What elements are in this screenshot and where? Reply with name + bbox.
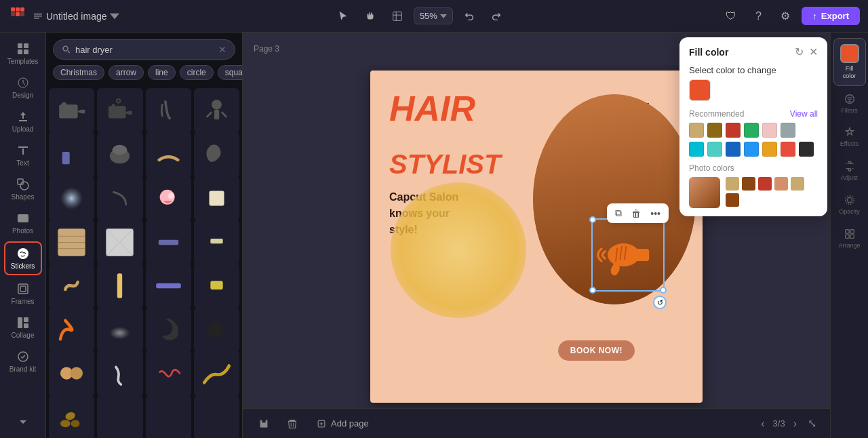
rtab-adjust[interactable]: Adjust [833,155,866,187]
sidebar-item-design[interactable]: Design [4,72,42,103]
tag-arrow[interactable]: arrow [108,65,144,80]
color-swatch[interactable] [707,123,722,138]
photo-swatch[interactable] [726,193,739,207]
rtab-filters[interactable]: Filters [833,87,866,120]
color-swatch[interactable] [762,123,777,138]
sticker-item[interactable] [194,351,239,396]
sticker-item[interactable] [194,395,239,439]
tag-circle[interactable]: circle [180,65,214,80]
next-page-btn[interactable]: › [791,416,800,431]
tag-square[interactable]: square [218,65,242,80]
color-swatch[interactable] [762,142,777,157]
color-swatch[interactable] [689,142,704,157]
sticker-item[interactable] [146,351,191,396]
photo-swatch[interactable] [758,177,772,191]
sidebar-item-text[interactable]: Text [4,140,42,171]
fill-panel-close-btn[interactable]: ✕ [809,45,818,58]
sticker-item[interactable] [49,395,94,439]
sticker-item[interactable] [146,307,191,353]
sticker-toolbar-copy[interactable]: ⧉ [612,206,625,220]
zoom-control[interactable]: 55% [414,7,453,24]
sidebar-item-brand[interactable]: Brand kit [4,346,42,377]
sticker-item[interactable] [146,220,191,265]
rtab-arrange[interactable]: Arrange [833,222,866,255]
sidebar-item-templates[interactable]: Templates [4,38,42,69]
search-clear-btn[interactable]: ✕ [218,44,226,55]
sidebar-item-upload[interactable]: Upload [4,106,42,137]
export-btn[interactable]: ↑ Export [802,7,860,25]
color-swatch[interactable] [781,142,795,157]
handle-tl[interactable] [589,216,596,223]
sidebar-collapse-btn[interactable] [4,411,42,433]
tag-christmas[interactable]: Christmas [53,65,104,80]
delete-page-btn[interactable] [282,414,302,434]
sticker-item[interactable] [49,88,94,134]
sticker-item[interactable] [97,395,142,439]
search-input-wrap[interactable]: ✕ [53,39,235,60]
sidebar-item-collage[interactable]: Collage [4,312,42,343]
sticker-item[interactable] [97,88,142,134]
sidebar-item-frames[interactable]: Frames [4,278,42,309]
color-swatch[interactable] [744,142,759,157]
sticker-item[interactable] [49,132,94,178]
rtab-opacity[interactable]: Opacity [833,188,866,221]
color-swatch[interactable] [744,123,759,138]
canvas-document[interactable]: HAIR STYLIST Beauty Indulge inGlamourEmb… [370,71,703,403]
rtab-effects[interactable]: Effects [833,121,866,153]
sticker-item[interactable] [146,395,191,439]
fullscreen-btn[interactable]: ⤡ [805,416,819,431]
resize-btn[interactable] [387,5,408,27]
photo-swatch[interactable] [726,177,739,191]
color-swatch[interactable] [689,123,704,138]
selected-sticker-box[interactable]: ↺ [591,218,665,292]
shield-btn[interactable]: 🛡 [720,5,742,27]
sticker-item[interactable] [194,307,239,353]
fill-current-color-swatch[interactable] [689,79,711,101]
sticker-item[interactable] [146,176,191,221]
sticker-item[interactable] [146,263,191,308]
handle-br[interactable] [660,287,667,294]
photo-swatch[interactable] [791,177,804,191]
sticker-item[interactable] [97,132,142,178]
sidebar-item-stickers[interactable]: Stickers [4,241,42,275]
photo-swatch[interactable] [742,177,755,191]
sticker-item[interactable] [97,220,142,265]
sticker-item[interactable] [194,263,239,308]
sticker-item[interactable] [146,132,191,178]
save-to-folder-btn[interactable] [254,414,274,434]
sticker-item[interactable] [49,220,94,265]
fill-panel-refresh-btn[interactable]: ↻ [795,45,804,58]
prev-page-btn[interactable]: ‹ [758,416,767,431]
sticker-item[interactable] [194,88,239,134]
rotate-handle[interactable]: ↺ [653,296,667,309]
fill-view-all-btn[interactable]: View all [790,109,818,119]
sticker-item[interactable] [97,351,142,396]
rtab-fill-color[interactable]: Fillcolor [833,38,866,86]
canvas-book-now[interactable]: BOOK NOW! [558,340,635,361]
color-swatch[interactable] [781,123,795,138]
sticker-toolbar-more[interactable]: ••• [648,207,663,220]
search-input[interactable] [75,45,214,55]
undo-btn[interactable] [458,5,480,27]
sticker-item[interactable] [49,263,94,308]
document-title[interactable]: Untitled image [33,11,119,22]
sticker-item[interactable] [97,176,142,221]
color-swatch[interactable] [707,142,722,157]
sticker-item[interactable] [49,351,94,396]
color-swatch[interactable] [726,123,741,138]
sticker-item[interactable] [194,220,239,265]
sticker-item[interactable] [49,307,94,353]
settings-btn[interactable]: ⚙ [774,5,796,27]
sticker-item[interactable] [194,176,239,221]
sticker-item[interactable] [146,88,191,134]
sticker-item[interactable] [49,176,94,221]
sticker-toolbar-delete[interactable]: 🗑 [629,207,644,220]
tag-line[interactable]: line [148,65,176,80]
redo-btn[interactable] [486,5,507,27]
color-swatch[interactable] [726,142,741,157]
sidebar-item-photos[interactable]: Photos [4,207,42,239]
help-btn[interactable]: ? [747,5,769,27]
sticker-item[interactable] [97,263,142,308]
sticker-item[interactable] [194,132,239,178]
pointer-tool-btn[interactable] [332,5,354,27]
